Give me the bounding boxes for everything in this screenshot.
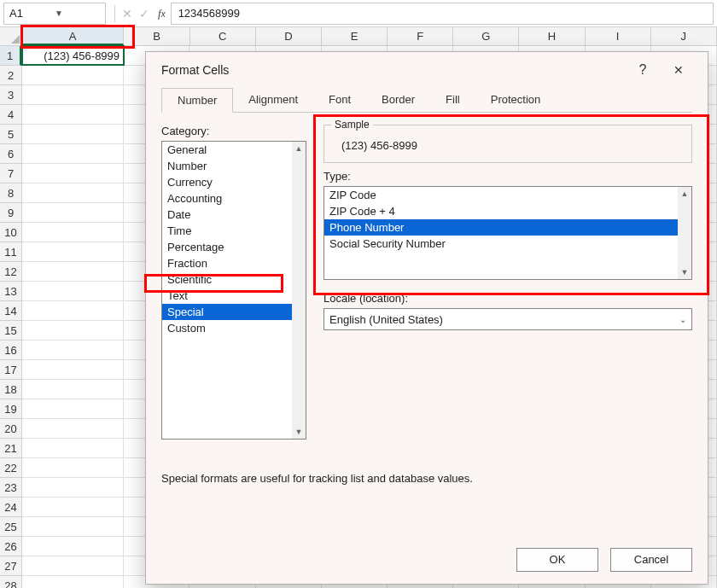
- cell[interactable]: [22, 478, 124, 497]
- cell[interactable]: [22, 341, 124, 359]
- row-header[interactable]: 3: [0, 85, 21, 105]
- column-header[interactable]: H: [519, 27, 585, 45]
- category-item[interactable]: Custom: [162, 320, 306, 336]
- category-item[interactable]: Fraction: [162, 255, 306, 271]
- category-item[interactable]: Date: [162, 207, 306, 223]
- row-header[interactable]: 27: [0, 556, 21, 576]
- row-header[interactable]: 7: [0, 164, 21, 183]
- scroll-down-icon[interactable]: ▼: [292, 425, 306, 439]
- category-item[interactable]: Text: [162, 288, 306, 304]
- row-header[interactable]: 16: [0, 341, 21, 360]
- cell[interactable]: [22, 85, 124, 104]
- type-item[interactable]: Phone Number: [324, 219, 691, 236]
- row-header[interactable]: 1: [0, 46, 21, 66]
- column-header[interactable]: E: [322, 27, 388, 45]
- tab-border[interactable]: Border: [366, 88, 430, 112]
- cell[interactable]: [22, 556, 124, 575]
- scrollbar[interactable]: ▲ ▼: [678, 187, 691, 279]
- row-header[interactable]: 20: [0, 419, 21, 439]
- cell[interactable]: [22, 203, 124, 222]
- cell[interactable]: [22, 419, 124, 438]
- column-header[interactable]: G: [453, 27, 519, 45]
- column-header[interactable]: C: [190, 27, 256, 45]
- column-header[interactable]: B: [124, 27, 189, 45]
- cell[interactable]: [22, 321, 124, 340]
- cell[interactable]: [22, 164, 124, 183]
- tab-fill[interactable]: Fill: [430, 88, 475, 112]
- row-header[interactable]: 4: [0, 105, 21, 125]
- scroll-down-icon[interactable]: ▼: [678, 265, 691, 279]
- category-item[interactable]: Special: [162, 304, 306, 320]
- cell[interactable]: [22, 498, 124, 516]
- category-item[interactable]: Currency: [162, 174, 306, 190]
- row-header[interactable]: 19: [0, 399, 21, 419]
- select-all-corner[interactable]: [0, 27, 22, 46]
- column-header[interactable]: J: [651, 27, 717, 45]
- cell[interactable]: [22, 66, 124, 84]
- type-item[interactable]: ZIP Code: [324, 187, 691, 203]
- row-header[interactable]: 18: [0, 380, 21, 399]
- type-item[interactable]: ZIP Code + 4: [324, 203, 691, 219]
- chevron-down-icon[interactable]: ▼: [55, 9, 100, 18]
- tab-font[interactable]: Font: [313, 88, 366, 112]
- tab-alignment[interactable]: Alignment: [233, 88, 313, 112]
- tab-number[interactable]: Number: [161, 88, 233, 113]
- scrollbar[interactable]: ▲ ▼: [292, 142, 306, 439]
- scroll-up-icon[interactable]: ▲: [678, 187, 691, 201]
- row-header[interactable]: 11: [0, 242, 21, 262]
- row-header[interactable]: 9: [0, 203, 21, 223]
- locale-dropdown[interactable]: English (United States) ⌄: [324, 308, 692, 330]
- cell[interactable]: [22, 282, 124, 300]
- category-item[interactable]: Percentage: [162, 239, 306, 255]
- cell[interactable]: [22, 360, 124, 379]
- cell[interactable]: [22, 262, 124, 281]
- row-header[interactable]: 26: [0, 537, 21, 556]
- row-header[interactable]: 6: [0, 144, 21, 164]
- cell[interactable]: [22, 125, 124, 143]
- cell[interactable]: [22, 223, 124, 242]
- cell[interactable]: [22, 458, 124, 477]
- category-item[interactable]: Scientific: [162, 271, 306, 288]
- cell[interactable]: [22, 576, 124, 588]
- cancel-icon[interactable]: ✕: [119, 7, 136, 20]
- cell[interactable]: [22, 242, 124, 261]
- cell[interactable]: [22, 183, 124, 202]
- fx-icon[interactable]: fx: [153, 7, 171, 20]
- row-header[interactable]: 17: [0, 360, 21, 380]
- formula-input[interactable]: 1234568999: [171, 3, 714, 25]
- row-header[interactable]: 15: [0, 321, 21, 341]
- tab-protection[interactable]: Protection: [475, 88, 557, 112]
- cell[interactable]: [22, 301, 124, 320]
- cell[interactable]: [22, 537, 124, 556]
- category-item[interactable]: Number: [162, 158, 306, 174]
- column-header[interactable]: D: [256, 27, 322, 45]
- column-header[interactable]: A: [22, 27, 124, 45]
- chevron-down-icon[interactable]: ⌄: [679, 315, 686, 324]
- close-icon[interactable]: ✕: [660, 63, 697, 77]
- help-button[interactable]: ?: [626, 62, 660, 78]
- row-header[interactable]: 12: [0, 262, 21, 282]
- row-header[interactable]: 2: [0, 66, 21, 85]
- cell[interactable]: [22, 144, 124, 163]
- row-header[interactable]: 14: [0, 301, 21, 321]
- type-listbox[interactable]: ZIP CodeZIP Code + 4Phone NumberSocial S…: [324, 186, 692, 280]
- row-header[interactable]: 28: [0, 576, 21, 588]
- row-header[interactable]: 22: [0, 458, 21, 478]
- column-header[interactable]: I: [586, 27, 651, 45]
- cell[interactable]: [22, 399, 124, 418]
- cancel-button[interactable]: Cancel: [610, 548, 692, 572]
- row-header[interactable]: 23: [0, 478, 21, 498]
- cell[interactable]: [22, 105, 124, 124]
- name-box[interactable]: A1 ▼: [3, 3, 106, 25]
- row-header[interactable]: 10: [0, 223, 21, 242]
- cell[interactable]: (123) 456-8999: [22, 46, 124, 65]
- row-header[interactable]: 24: [0, 498, 21, 517]
- category-item[interactable]: General: [162, 142, 306, 158]
- row-header[interactable]: 5: [0, 125, 21, 144]
- row-header[interactable]: 25: [0, 517, 21, 537]
- category-item[interactable]: Accounting: [162, 190, 306, 207]
- row-header[interactable]: 8: [0, 183, 21, 203]
- cell[interactable]: [22, 439, 124, 457]
- row-header[interactable]: 21: [0, 439, 21, 458]
- cell[interactable]: [22, 517, 124, 536]
